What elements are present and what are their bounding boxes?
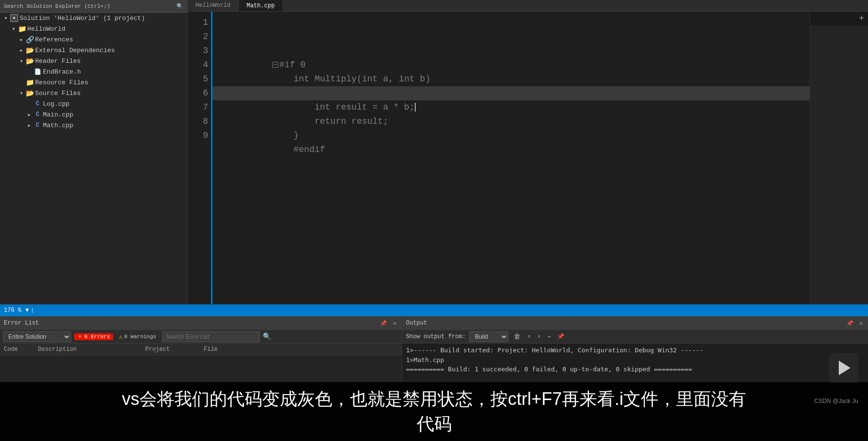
output-line-3: ========== Build: 1 succeeded, 0 failed,… [406,364,864,374]
chevron-right-icon [25,111,33,118]
code-line-9: #endif [212,129,810,143]
col-header-project: Project [145,346,194,353]
attribution: CSDN @Jack Ju [814,398,858,404]
sidebar-item-header-files[interactable]: 📂 Header Files [0,56,187,66]
bottom-panels: 176 % ▼ | Error List 📌 ✕ Entire Solution [0,304,868,382]
line-num-2: 2 [188,30,208,44]
pin-icon[interactable]: 📌 [379,320,388,327]
code-line-5: { [212,72,810,86]
sidebar-item-external-deps[interactable]: 📂 External Dependencies [0,45,187,56]
chevron-down-icon [2,14,10,22]
header-files-label: Header Files [35,58,81,65]
sidebar-item-endbrace-h[interactable]: 📄 EndBrace.h [0,66,187,77]
sidebar-item-solution[interactable]: ■ Solution 'HelloWorld' (1 project) [0,13,187,23]
subtitle-line-1: vs会将我们的代码变成灰色，也就是禁用状态，按ctrl+F7再来看.i文件，里面… [10,387,858,411]
error-panel-header-right: 📌 ✕ [379,320,398,327]
errors-count: 0 Errors [84,334,110,340]
sidebar-item-references[interactable]: 🔗 References [0,34,187,45]
panels-row: Error List 📌 ✕ Entire Solution ✕ 0 Error… [0,316,868,382]
sidebar-item-main-cpp[interactable]: C Main.cpp [0,109,187,120]
zoom-bar: 176 % ▼ | [0,305,868,316]
chevron-down-icon [10,25,18,33]
output-toolbar: Show output from: Build 🗑 ⬆ ⬇ ⇔ 📌 [402,330,868,344]
chevron-right-icon [18,36,25,43]
clear-output-icon[interactable]: 🗑 [512,332,522,341]
search-label: Search Solution Explorer (Ctrl+;) [4,3,110,9]
references-icon: 🔗 [25,36,34,43]
code-lines[interactable]: −#if 0 int Multiply(int a, int b) { int … [212,12,810,304]
code-line-2 [212,30,810,44]
warning-badge: ⚠ 0 Warnings [116,332,159,341]
search-icon[interactable]: 🔍 [176,3,183,9]
output-pin2-icon[interactable]: 📌 [556,333,566,340]
solution-icon: ■ [10,14,19,22]
output-word-wrap-icon[interactable]: ⇔ [546,333,553,340]
code-line-8: } [212,115,810,129]
add-tab-icon[interactable]: + [810,12,868,25]
main-cpp-label: Main.cpp [43,111,73,118]
references-label: References [35,36,73,43]
search-error-icon[interactable]: 🔍 [263,332,271,341]
project-icon: 📁 [18,25,26,33]
error-panel-header: Error List 📌 ✕ [0,316,402,330]
tab-helloworld[interactable]: HelloWorld [188,0,239,11]
col-header-code: Code [4,346,28,353]
pin-output-icon[interactable]: 📌 [845,320,855,327]
editor-area: HelloWorld Math.cpp 1 2 3 4 5 6 7 8 9 [188,0,868,304]
code-line-1 [212,16,810,30]
solution-explorer-search-bar[interactable]: Search Solution Explorer (Ctrl+;) 🔍 [0,0,187,13]
sidebar-item-resource-files[interactable]: 📁 Resource Files [0,77,187,88]
line-num-1: 1 [188,16,208,30]
main-area: Search Solution Explorer (Ctrl+;) 🔍 ■ So… [0,0,868,304]
scope-dropdown[interactable]: Entire Solution [3,331,71,342]
error-table-header: Code Description Project File [0,344,402,355]
error-list-panel: Error List 📌 ✕ Entire Solution ✕ 0 Error… [0,316,402,382]
blue-vertical-bar [211,12,212,304]
minimap-area: + [810,12,868,304]
warnings-count: 0 Warnings [124,334,156,340]
code-line-6: int result = a * b; [212,86,810,100]
chevron-right-icon [18,46,25,54]
error-badge: ✕ 0 Errors [74,333,113,340]
error-panel-header-left: Error List [4,320,39,326]
tab-math-cpp[interactable]: Math.cpp [239,0,283,11]
sidebar-item-source-files[interactable]: 📂 Source Files [0,88,187,98]
col-header-file: File [204,346,252,353]
header-files-icon: 📂 [25,57,34,65]
zoom-dropdown-icon[interactable]: ▼ [25,307,29,314]
code-editor[interactable]: 1 2 3 4 5 6 7 8 9 −#if 0 [188,12,868,304]
sidebar-item-math-cpp[interactable]: C Math.cpp [0,120,187,131]
output-scroll-up-icon[interactable]: ⬆ [526,333,532,340]
code-line-3: −#if 0 [212,44,810,58]
output-line-2: 1>Math.cpp [406,355,864,365]
sidebar-item-log-cpp[interactable]: C Log.cpp [0,98,187,109]
cpp-icon-math: C [33,121,42,129]
line-numbers: 1 2 3 4 5 6 7 8 9 [188,12,212,304]
line-num-4: 4 [188,58,208,72]
code-line-4: int Multiply(int a, int b) [212,58,810,72]
line-num-5: 5 [188,72,208,86]
chevron-right-icon [25,121,33,129]
search-error-input[interactable] [162,331,260,342]
output-text-area: 1>------ Build started: Project: HelloWo… [402,344,868,382]
solution-label: Solution 'HelloWorld' (1 project) [19,15,145,22]
close-output-icon[interactable]: ✕ [858,320,864,327]
resource-files-label: Resource Files [35,79,88,86]
close-error-panel-icon[interactable]: ✕ [391,320,398,327]
line-num-3: 3 [188,44,208,58]
editor-tab-bar: HelloWorld Math.cpp [188,0,868,12]
sidebar-item-helloworld[interactable]: 📁 HelloWorld [0,23,187,34]
warning-triangle-icon: ⚠ [119,333,123,341]
line-num-7: 7 [188,100,208,115]
output-scroll-down-icon[interactable]: ⬇ [536,333,542,340]
log-cpp-label: Log.cpp [43,100,70,108]
zoom-level: 176 % [4,307,21,314]
line-num-6: 6 [188,86,208,100]
code-line-7: return result; [212,100,810,115]
external-deps-label: External Dependencies [35,47,115,54]
output-panel-header: Output 📌 ✕ [402,316,868,330]
play-button[interactable] [829,353,858,383]
output-panel-header-left: Output [406,320,427,326]
error-toolbar: Entire Solution ✕ 0 Errors ⚠ 0 Warnings … [0,330,402,344]
output-source-dropdown[interactable]: Build [469,331,508,342]
